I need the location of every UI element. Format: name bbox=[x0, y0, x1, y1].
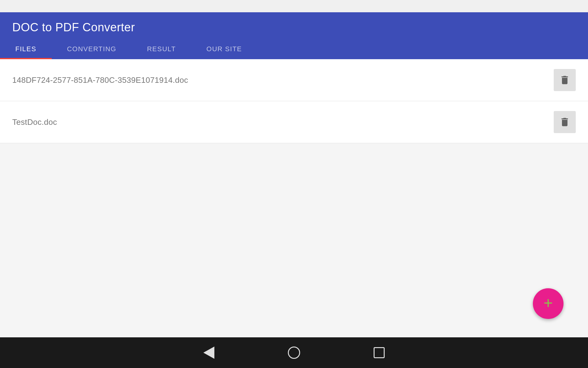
tab-navigation: FILES CONVERTING RESULT OUR SITE bbox=[0, 39, 588, 59]
trash-icon-2 bbox=[559, 117, 570, 128]
home-circle-icon bbox=[288, 347, 300, 359]
add-file-fab-button[interactable]: + bbox=[533, 288, 564, 319]
file-item-2: TestDoc.doc bbox=[0, 101, 588, 143]
app-title: DOC to PDF Converter bbox=[12, 21, 135, 34]
tab-files[interactable]: FILES bbox=[0, 39, 52, 59]
status-bar bbox=[0, 0, 588, 12]
file-list: 148DF724-2577-851A-780C-3539E1071914.doc… bbox=[0, 59, 588, 143]
back-arrow-icon bbox=[203, 347, 214, 359]
app-title-row: DOC to PDF Converter bbox=[0, 12, 588, 39]
app-header: DOC to PDF Converter FILES CONVERTING RE… bbox=[0, 12, 588, 59]
main-content: 148DF724-2577-851A-780C-3539E1071914.doc… bbox=[0, 59, 588, 337]
file-item: 148DF724-2577-851A-780C-3539E1071914.doc bbox=[0, 59, 588, 101]
trash-icon-1 bbox=[559, 75, 570, 86]
bottom-navigation bbox=[0, 337, 588, 368]
delete-button-2[interactable] bbox=[554, 111, 576, 133]
overview-square-icon bbox=[374, 347, 385, 358]
tab-converting[interactable]: CONVERTING bbox=[52, 39, 132, 59]
tab-our-site[interactable]: OUR SITE bbox=[191, 39, 257, 59]
back-button[interactable] bbox=[200, 343, 217, 362]
overview-button[interactable] bbox=[371, 344, 388, 361]
delete-button-1[interactable] bbox=[554, 69, 576, 91]
file-name-1: 148DF724-2577-851A-780C-3539E1071914.doc bbox=[12, 75, 188, 85]
plus-icon: + bbox=[544, 295, 553, 311]
trash-svg-1 bbox=[559, 75, 570, 86]
file-name-2: TestDoc.doc bbox=[12, 117, 57, 127]
tab-result[interactable]: RESULT bbox=[132, 39, 191, 59]
home-button[interactable] bbox=[285, 343, 303, 362]
trash-svg-2 bbox=[559, 117, 570, 128]
